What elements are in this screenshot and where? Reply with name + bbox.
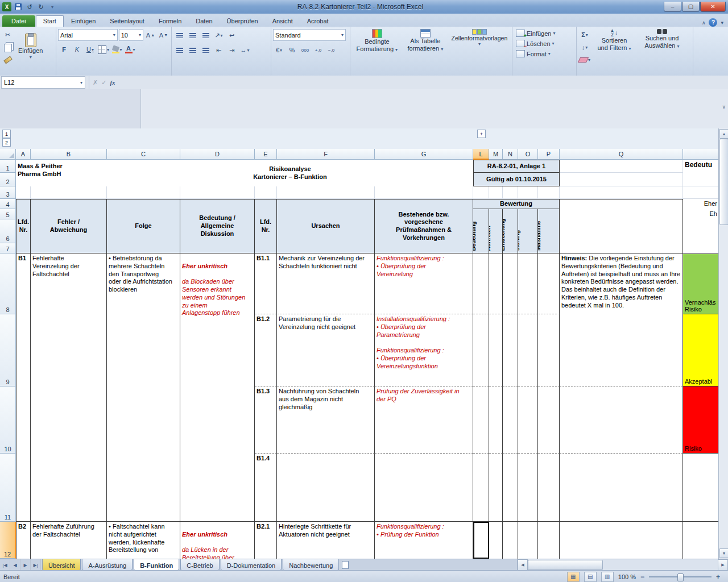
name-box[interactable]: L12▾ <box>1 76 85 89</box>
cell-G12-b21-massnahme[interactable]: Funktionsqualifizierung : • Prüfung der … <box>375 522 473 559</box>
cell-doc-ref[interactable]: RA-8.2-01, Anlage 1 <box>473 160 560 173</box>
cell-P8[interactable] <box>538 253 560 314</box>
view-normal-icon[interactable]: ▦ <box>567 572 580 582</box>
bold-button[interactable]: F <box>58 44 70 55</box>
col-header-E[interactable]: E <box>255 149 277 160</box>
header-bewertung[interactable]: Bewertung <box>473 199 560 209</box>
tab-ansicht[interactable]: Ansicht <box>266 16 300 27</box>
col-header-P[interactable]: P <box>538 149 560 160</box>
cell-C8-b1-folge[interactable]: • Betriebstörung da mehrere Schachteln d… <box>107 253 180 522</box>
col-header-A[interactable]: A <box>16 149 31 160</box>
conditional-formatting-button[interactable]: Bedingte Formatierung ▾ <box>352 28 402 76</box>
cell-R6[interactable] <box>683 219 719 243</box>
cell-D8-b1-bedeutung[interactable]: Eher unkritisch da Blockaden über Sensor… <box>180 253 255 522</box>
sort-filter-button[interactable]: AZ ↓ Sortieren und Filtern ▾ <box>591 28 638 76</box>
cell-Q4-7[interactable] <box>560 199 683 253</box>
cell-company[interactable]: Maas & Peither Pharma GmbH <box>16 160 107 186</box>
cell-F8-b11-ursache[interactable]: Mechanik zur Vereinzelung der Schachteln… <box>277 253 375 314</box>
outline-expand-button[interactable]: + <box>477 130 486 138</box>
cell-Q1[interactable] <box>560 160 683 173</box>
name-box-dropdown-icon[interactable]: ▾ <box>80 80 82 85</box>
tab-ueberpruefen[interactable]: Überprüfen <box>220 16 265 27</box>
close-button[interactable]: ✕ <box>700 2 726 12</box>
copy-icon[interactable] <box>2 41 14 53</box>
col-header-O[interactable]: O <box>518 149 538 160</box>
col-header-F[interactable]: F <box>277 149 375 160</box>
outline-level-1-button[interactable]: 1 <box>2 130 11 138</box>
cell-valid-from[interactable]: Gültig ab 01.10.2015 <box>473 173 560 186</box>
cell-E3[interactable] <box>255 186 277 199</box>
cell-P12[interactable] <box>538 522 560 559</box>
zoom-level[interactable]: 100 % <box>618 573 636 580</box>
clear-button[interactable]: ▾ <box>578 54 591 65</box>
shrink-font-button[interactable]: A▼ <box>158 30 169 41</box>
header-lfd-nr-2[interactable]: Lfd. Nr. <box>255 199 277 253</box>
formula-bar-collapse-icon[interactable]: ∨ <box>722 104 726 110</box>
cell-P11[interactable] <box>538 454 560 522</box>
cell-A12-b2-nr[interactable]: B2 <box>16 522 31 559</box>
maximize-button[interactable]: ▢ <box>682 2 700 12</box>
vertical-scroll-thumb[interactable] <box>719 139 728 225</box>
cell-Q11[interactable] <box>560 454 683 522</box>
cell-N3[interactable] <box>503 186 518 199</box>
format-as-table-button[interactable]: Als Tabelle formatieren ▾ <box>402 28 449 76</box>
cell-C12-b2-folge[interactable]: • Faltschachtel kann nicht aufgerichtet … <box>107 522 180 559</box>
cell-F11[interactable] <box>277 454 375 522</box>
row-header-6[interactable]: 6 <box>0 219 16 243</box>
header-massnahmen[interactable]: Bestehende bzw. vorgesehene Prüfmaßnahme… <box>375 199 473 253</box>
find-select-button[interactable]: Suchen und Auswählen ▾ <box>638 28 686 76</box>
sheet-tab-d-dokumentation[interactable]: D-Dokumentation <box>221 559 282 571</box>
cell-O3[interactable] <box>518 186 538 199</box>
align-top-icon[interactable] <box>173 30 185 41</box>
cell-Q3[interactable] <box>560 186 683 199</box>
align-middle-icon[interactable] <box>187 30 198 41</box>
header-fehler[interactable]: Fehler / Abweichung <box>31 199 107 253</box>
insert-function-icon[interactable]: fx <box>110 79 115 86</box>
font-family-select[interactable]: Arial▾ <box>58 29 118 41</box>
row-header-12[interactable]: 12 <box>0 522 16 559</box>
col-header-N[interactable]: N <box>503 149 518 160</box>
fill-button[interactable]: ↓▾ <box>578 41 591 53</box>
font-size-select[interactable]: 10▾ <box>119 29 143 41</box>
cell-risk-red[interactable]: Risiko <box>683 386 719 454</box>
cell-G9-b12-massnahme[interactable]: Installationsqualifizierung : • Überprüf… <box>375 314 473 386</box>
cell-F10-b13-ursache[interactable]: Nachführung von Schachteln aus dem Magaz… <box>277 386 375 454</box>
cell-A3[interactable] <box>16 186 31 199</box>
cell-C3[interactable] <box>107 186 180 199</box>
increase-decimal-button[interactable]: +,0 <box>312 44 324 56</box>
cell-Q8-hinweis[interactable]: Hinweis: Die vorliegende Einstufung der … <box>560 253 683 386</box>
cell-E12-b21-nr[interactable]: B2.1 <box>255 522 277 559</box>
cell-R2[interactable] <box>683 173 719 186</box>
underline-button[interactable]: U▾ <box>84 44 96 55</box>
col-header-partial[interactable] <box>683 149 719 160</box>
excel-app-icon[interactable]: X <box>2 2 11 11</box>
sheet-tab-uebersicht[interactable]: Übersicht <box>42 559 81 571</box>
align-bottom-icon[interactable] <box>200 30 212 41</box>
qat-customize-button[interactable]: ▾ <box>48 3 57 11</box>
cell-risk-green[interactable]: Vernachläs Risiko <box>683 253 719 314</box>
cell-M10[interactable] <box>489 386 503 454</box>
accounting-format-button[interactable]: €▾ <box>273 44 285 56</box>
select-all-corner[interactable] <box>0 149 16 160</box>
col-header-C[interactable]: C <box>107 149 180 160</box>
cell-R7[interactable] <box>683 243 719 253</box>
tab-acrobat[interactable]: Acrobat <box>300 16 336 27</box>
grow-font-button[interactable]: A▲ <box>144 30 156 41</box>
cell-F3[interactable] <box>277 186 375 199</box>
row-header-9[interactable]: 9 <box>0 314 16 386</box>
sheet-tab-b-funktion[interactable]: B-Funktion <box>134 559 179 571</box>
delete-cells-button[interactable]: − Löschen▾ <box>514 39 574 48</box>
cell-E9-b12-nr[interactable]: B1.2 <box>255 314 277 386</box>
italic-button[interactable]: K <box>71 44 83 55</box>
row-header-7[interactable]: 7 <box>0 243 16 253</box>
tab-start[interactable]: Start <box>36 15 64 27</box>
sheet-tab-a-ausruestung[interactable]: A-Ausrüstung <box>82 559 133 571</box>
cell-N12[interactable] <box>503 522 518 559</box>
cell-B3[interactable] <box>31 186 107 199</box>
merge-center-button[interactable]: ↔▾ <box>239 44 251 56</box>
cell-G11[interactable] <box>375 454 473 522</box>
cell-F12-b21-ursache[interactable]: Hinterlegte Schrittkette für Aktuatoren … <box>277 522 375 559</box>
cell-P3[interactable] <box>538 186 560 199</box>
cell-L11[interactable] <box>473 454 489 522</box>
cell-R11[interactable] <box>683 454 719 522</box>
